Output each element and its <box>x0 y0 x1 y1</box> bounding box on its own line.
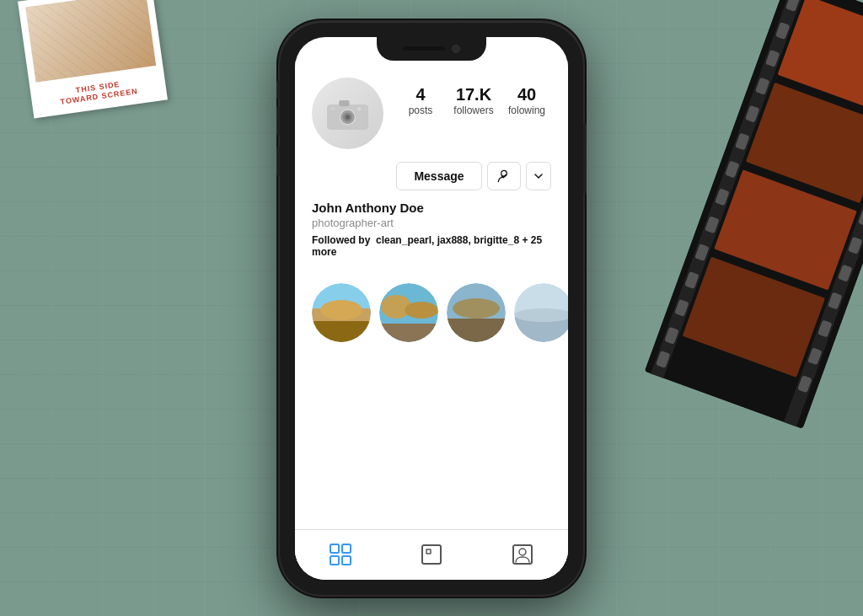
svg-rect-48 <box>312 321 371 342</box>
following-stat: 40 folowing <box>502 84 551 116</box>
story-1-image <box>312 283 371 342</box>
followed-by-text: Followed by clean_pearl, jax888, brigitt… <box>312 234 551 258</box>
profile-top: 4 posts 17.K followers 40 folowing <box>312 78 551 149</box>
avatar <box>312 78 383 149</box>
grid-icon <box>330 544 351 565</box>
action-buttons: Message <box>396 162 551 190</box>
silent-switch <box>276 81 280 99</box>
dropdown-button[interactable] <box>526 162 551 190</box>
follow-button[interactable] <box>487 162 521 190</box>
story-2-image <box>379 283 438 342</box>
volume-up-button <box>276 106 280 136</box>
svg-rect-66 <box>422 545 441 564</box>
front-camera <box>452 45 460 53</box>
svg-point-69 <box>519 549 526 555</box>
svg-rect-42 <box>330 107 335 110</box>
polaroid-image <box>25 0 156 83</box>
polaroid-decoration: THIS SIDE TOWARD SCREEN <box>18 0 168 118</box>
phone-screen: 4 posts 17.K followers 40 folowing <box>295 37 568 580</box>
chevron-down-icon <box>533 171 544 181</box>
tab-bar <box>295 529 568 580</box>
svg-point-56 <box>453 298 500 319</box>
profile-section: 4 posts 17.K followers 40 folowing <box>295 61 568 283</box>
profile-info: John Anthony Doe photographer-art Follow… <box>312 201 551 258</box>
story-3[interactable] <box>447 283 506 342</box>
svg-point-43 <box>501 170 507 176</box>
svg-rect-63 <box>342 544 351 553</box>
profile-handle: photographer-art <box>312 217 551 229</box>
svg-rect-65 <box>342 556 351 565</box>
svg-point-39 <box>346 115 351 120</box>
svg-rect-64 <box>330 556 339 565</box>
screen-content: 4 posts 17.K followers 40 folowing <box>295 61 568 580</box>
person-tag-icon <box>512 544 533 565</box>
tab-grid[interactable] <box>295 530 386 580</box>
story-1[interactable] <box>312 283 371 342</box>
stats-section: 4 posts 17.K followers 40 folowing <box>396 84 551 116</box>
svg-rect-40 <box>339 100 349 106</box>
svg-rect-62 <box>330 544 339 553</box>
story-4-image <box>514 283 568 342</box>
following-label: folowing <box>502 104 551 116</box>
follow-icon <box>496 168 512 185</box>
tab-posts[interactable] <box>386 530 477 580</box>
followers-label: followers <box>449 104 498 116</box>
message-button[interactable]: Message <box>396 162 482 190</box>
posts-label: posts <box>396 104 445 116</box>
phone-device: 4 posts 17.K followers 40 folowing <box>280 22 583 595</box>
svg-rect-57 <box>447 319 506 342</box>
volume-down-button <box>276 147 280 176</box>
camera-icon <box>324 90 371 137</box>
posts-stat: 4 posts <box>396 84 445 116</box>
posts-count: 4 <box>396 84 445 104</box>
notch <box>377 37 486 61</box>
profile-name: John Anthony Doe <box>312 201 551 215</box>
svg-rect-67 <box>426 549 431 554</box>
followers-count: 17.K <box>449 84 498 104</box>
speaker <box>403 46 445 51</box>
stories-row <box>295 283 568 355</box>
square-icon <box>421 544 442 565</box>
svg-point-47 <box>320 300 362 320</box>
story-2[interactable] <box>379 283 438 342</box>
svg-point-52 <box>405 302 438 319</box>
story-4[interactable] <box>514 283 568 342</box>
power-button <box>583 140 587 195</box>
followers-stat: 17.K followers <box>449 84 498 116</box>
svg-rect-53 <box>379 324 438 342</box>
followed-by-prefix: Followed by <box>312 234 370 246</box>
phone-body: 4 posts 17.K followers 40 folowing <box>280 22 583 595</box>
svg-point-41 <box>357 107 361 110</box>
tab-tagged[interactable] <box>477 530 568 580</box>
story-3-image <box>447 283 506 342</box>
following-count: 40 <box>502 84 551 104</box>
